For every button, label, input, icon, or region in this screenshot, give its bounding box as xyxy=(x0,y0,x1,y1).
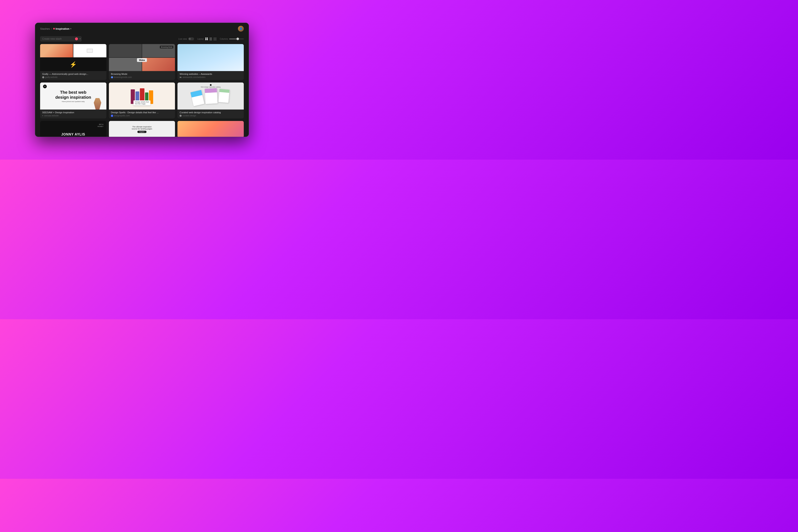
columns-slider[interactable] xyxy=(229,39,244,39)
card-thumb-spells: Design details thatfeel like magic. xyxy=(109,82,175,110)
card-title-curated: Curated web design inspiration catalog xyxy=(179,111,242,114)
svg-rect-8 xyxy=(215,38,215,38)
card-url-seesaw: + seesaw.website xyxy=(42,114,104,117)
card-thumb-seesaw: + The best webdesign inspiration Hand-pi… xyxy=(40,82,107,110)
url-icon-browsing xyxy=(111,76,113,78)
view-controls: Live view Layout xyxy=(178,37,244,40)
avatar[interactable]: 👤 xyxy=(238,26,244,32)
browsing-label: Waka xyxy=(137,58,147,62)
toolbar: ▾ Live view Layout xyxy=(35,35,249,44)
seesaw-subheading: Hand-picked and updated daily xyxy=(62,100,84,102)
breadcrumb-chevron-icon[interactable]: ▾ xyxy=(70,27,71,30)
seesaw-heading: The best webdesign inspiration xyxy=(55,90,91,100)
grid-container: ⚡ Godly — Astronomically good web design… xyxy=(35,44,249,137)
card-url-awwwards: W. awwwards.com/websites xyxy=(179,76,242,78)
card-thumb-gradient xyxy=(177,121,244,137)
curated-page-3 xyxy=(218,89,230,103)
card-info-spells: Design Spells · Design details that feel… xyxy=(109,110,175,118)
url-text-spells: designspells.com xyxy=(114,114,130,117)
jonny-text: JONNY AYLIS xyxy=(61,133,85,136)
url-icon-curated xyxy=(179,115,182,117)
browsing-inner: Browsing Mode Waka xyxy=(109,44,175,71)
url-text-curated: curated.design xyxy=(183,114,196,117)
curated-page-1 xyxy=(190,90,205,107)
grid-list-icon[interactable] xyxy=(209,37,212,40)
svg-rect-6 xyxy=(209,40,212,40)
svg-rect-14 xyxy=(215,40,215,40)
seesaw-figure xyxy=(93,98,102,110)
url-text-browsing: browsingmode.com xyxy=(114,76,132,78)
card-info-seesaw: SEESAW + Design Inspiration + seesaw.web… xyxy=(40,110,107,118)
browsing-badge: Browsing Mode xyxy=(160,46,173,49)
svg-rect-5 xyxy=(209,39,212,39)
card-gradient[interactable] xyxy=(177,121,244,137)
layout-label: Layout xyxy=(197,38,204,40)
svg-rect-11 xyxy=(215,39,215,39)
card-title-spells: Design Spells · Design details that feel… xyxy=(111,111,173,114)
card-awwwards[interactable]: Winning websites – Awwwards W. awwwards.… xyxy=(177,44,244,80)
cards-grid: ⚡ Godly — Astronomically good web design… xyxy=(40,44,244,137)
card-title-awwwards: Winning websites – Awwwards xyxy=(179,73,242,75)
card-info-awwwards: Winning websites – Awwwards W. awwwards.… xyxy=(177,71,244,80)
svg-rect-7 xyxy=(214,38,214,38)
grid-compact-icon[interactable] xyxy=(213,37,216,40)
card-url-spells: designspells.com xyxy=(111,114,173,117)
card-info-browsing: Browsing Mode browsingmode.com xyxy=(109,71,175,80)
create-stash-input[interactable] xyxy=(42,37,73,40)
input-dot-icon xyxy=(75,37,78,40)
card-seesaw[interactable]: + The best webdesign inspiration Hand-pi… xyxy=(40,82,107,118)
input-chevron-icon: ▾ xyxy=(80,38,81,40)
browsing-col4 xyxy=(142,58,175,71)
godly-bottom: ⚡ xyxy=(40,58,107,71)
godly-top-right xyxy=(73,44,106,57)
columns-control: Columns xyxy=(220,38,244,40)
curated-page-2 xyxy=(205,88,218,104)
columns-label: Columns xyxy=(220,38,228,40)
card-browsing[interactable]: Browsing Mode Waka Browsing Mode browsin… xyxy=(109,44,175,80)
card-thumb-godly: ⚡ xyxy=(40,44,107,71)
header: Stashes / Inspiration ▾ 👤 xyxy=(35,23,249,35)
card-url-browsing: browsingmode.com xyxy=(111,76,173,78)
live-view-toggle[interactable] xyxy=(188,37,194,40)
card-jonny[interactable]: BIO &HONEY JONNY AYLIS xyxy=(40,121,107,137)
card-info-godly: Godly — Astronomically good web design..… xyxy=(40,71,107,80)
svg-rect-12 xyxy=(216,39,216,39)
live-view-label: Live view xyxy=(178,38,187,40)
live-view-control: Live view xyxy=(178,37,194,40)
url-text-seesaw: seesaw.website xyxy=(44,114,59,117)
layout-control: Layout xyxy=(197,37,216,40)
curated-pages xyxy=(193,87,228,105)
breadcrumb: Stashes / Inspiration ▾ xyxy=(40,27,71,30)
card-landing[interactable]: The ultimate inspirationsource for landi… xyxy=(109,121,175,137)
layout-icons xyxy=(205,37,216,40)
breadcrumb-stashes[interactable]: Stashes xyxy=(40,27,50,30)
lightning-icon: ⚡ xyxy=(70,61,77,68)
svg-rect-3 xyxy=(207,39,208,40)
curated-dot xyxy=(210,84,212,86)
godly-top-left xyxy=(40,44,73,57)
card-thumb-browsing: Browsing Mode Waka xyxy=(109,44,175,71)
card-curated[interactable]: Web design inspiration catalog xyxy=(177,82,244,118)
awwwards-prefix: W. xyxy=(179,76,182,78)
svg-rect-2 xyxy=(205,39,206,40)
url-icon-spells xyxy=(111,115,113,117)
card-title-browsing: Browsing Mode xyxy=(111,73,173,75)
current-stash-name: Inspiration xyxy=(56,27,70,30)
svg-rect-13 xyxy=(214,40,214,40)
svg-rect-17 xyxy=(87,49,92,52)
card-thumb-awwwards xyxy=(177,44,244,71)
create-stash-input-wrapper[interactable]: ▾ xyxy=(40,36,82,42)
card-thumb-jonny: BIO &HONEY JONNY AYLIS xyxy=(40,121,107,137)
seesaw-prefix: + xyxy=(42,115,43,117)
card-url-curated: curated.design xyxy=(179,114,242,117)
jonny-sub-text: BIO &HONEY xyxy=(97,124,103,128)
card-godly[interactable]: ⚡ Godly — Astronomically good web design… xyxy=(40,44,107,80)
landing-button: Explore xyxy=(137,131,147,133)
app-window: Stashes / Inspiration ▾ 👤 ▾ Live view xyxy=(35,23,249,137)
stash-color-dot xyxy=(53,28,55,30)
slider-wrapper xyxy=(229,39,244,39)
card-title-godly: Godly — Astronomically good web design..… xyxy=(42,73,104,75)
card-spells[interactable]: Design details thatfeel like magic. Desi… xyxy=(109,82,175,118)
card-thumb-curated: Web design inspiration catalog xyxy=(177,82,244,110)
grid-dense-icon[interactable] xyxy=(205,37,208,40)
